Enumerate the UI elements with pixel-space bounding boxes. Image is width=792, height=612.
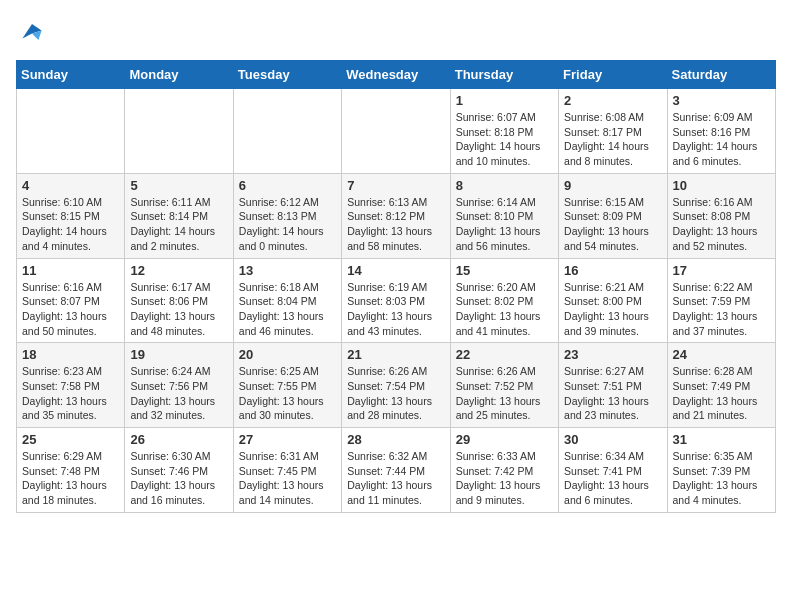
day-info: Sunrise: 6:11 AMSunset: 8:14 PMDaylight:… (130, 195, 227, 254)
day-number: 13 (239, 263, 336, 278)
day-number: 14 (347, 263, 444, 278)
calendar-cell: 23Sunrise: 6:27 AMSunset: 7:51 PMDayligh… (559, 343, 667, 428)
day-number: 28 (347, 432, 444, 447)
calendar-week-5: 25Sunrise: 6:29 AMSunset: 7:48 PMDayligh… (17, 428, 776, 513)
day-info: Sunrise: 6:24 AMSunset: 7:56 PMDaylight:… (130, 364, 227, 423)
calendar-cell: 19Sunrise: 6:24 AMSunset: 7:56 PMDayligh… (125, 343, 233, 428)
day-number: 21 (347, 347, 444, 362)
calendar-cell (17, 89, 125, 174)
day-number: 11 (22, 263, 119, 278)
calendar-week-4: 18Sunrise: 6:23 AMSunset: 7:58 PMDayligh… (17, 343, 776, 428)
day-info: Sunrise: 6:27 AMSunset: 7:51 PMDaylight:… (564, 364, 661, 423)
day-info: Sunrise: 6:21 AMSunset: 8:00 PMDaylight:… (564, 280, 661, 339)
day-number: 3 (673, 93, 770, 108)
calendar-cell: 10Sunrise: 6:16 AMSunset: 8:08 PMDayligh… (667, 173, 775, 258)
calendar-header-row: SundayMondayTuesdayWednesdayThursdayFrid… (17, 61, 776, 89)
day-number: 7 (347, 178, 444, 193)
day-number: 16 (564, 263, 661, 278)
calendar-cell: 4Sunrise: 6:10 AMSunset: 8:15 PMDaylight… (17, 173, 125, 258)
calendar-week-3: 11Sunrise: 6:16 AMSunset: 8:07 PMDayligh… (17, 258, 776, 343)
calendar-cell: 7Sunrise: 6:13 AMSunset: 8:12 PMDaylight… (342, 173, 450, 258)
day-number: 15 (456, 263, 553, 278)
calendar-cell: 30Sunrise: 6:34 AMSunset: 7:41 PMDayligh… (559, 428, 667, 513)
day-number: 24 (673, 347, 770, 362)
day-info: Sunrise: 6:08 AMSunset: 8:17 PMDaylight:… (564, 110, 661, 169)
col-header-sunday: Sunday (17, 61, 125, 89)
day-info: Sunrise: 6:33 AMSunset: 7:42 PMDaylight:… (456, 449, 553, 508)
day-info: Sunrise: 6:19 AMSunset: 8:03 PMDaylight:… (347, 280, 444, 339)
day-info: Sunrise: 6:32 AMSunset: 7:44 PMDaylight:… (347, 449, 444, 508)
calendar-cell: 27Sunrise: 6:31 AMSunset: 7:45 PMDayligh… (233, 428, 341, 513)
day-info: Sunrise: 6:34 AMSunset: 7:41 PMDaylight:… (564, 449, 661, 508)
day-info: Sunrise: 6:16 AMSunset: 8:07 PMDaylight:… (22, 280, 119, 339)
day-info: Sunrise: 6:23 AMSunset: 7:58 PMDaylight:… (22, 364, 119, 423)
day-number: 27 (239, 432, 336, 447)
day-info: Sunrise: 6:35 AMSunset: 7:39 PMDaylight:… (673, 449, 770, 508)
day-number: 2 (564, 93, 661, 108)
calendar-cell: 8Sunrise: 6:14 AMSunset: 8:10 PMDaylight… (450, 173, 558, 258)
logo-icon (16, 16, 48, 48)
day-number: 10 (673, 178, 770, 193)
day-info: Sunrise: 6:10 AMSunset: 8:15 PMDaylight:… (22, 195, 119, 254)
calendar-cell: 21Sunrise: 6:26 AMSunset: 7:54 PMDayligh… (342, 343, 450, 428)
calendar-cell: 15Sunrise: 6:20 AMSunset: 8:02 PMDayligh… (450, 258, 558, 343)
logo (16, 16, 52, 48)
calendar-cell: 5Sunrise: 6:11 AMSunset: 8:14 PMDaylight… (125, 173, 233, 258)
day-info: Sunrise: 6:26 AMSunset: 7:54 PMDaylight:… (347, 364, 444, 423)
calendar-cell (125, 89, 233, 174)
day-number: 25 (22, 432, 119, 447)
calendar-cell: 16Sunrise: 6:21 AMSunset: 8:00 PMDayligh… (559, 258, 667, 343)
day-number: 9 (564, 178, 661, 193)
calendar-cell: 6Sunrise: 6:12 AMSunset: 8:13 PMDaylight… (233, 173, 341, 258)
day-number: 29 (456, 432, 553, 447)
calendar-cell: 3Sunrise: 6:09 AMSunset: 8:16 PMDaylight… (667, 89, 775, 174)
calendar-cell: 28Sunrise: 6:32 AMSunset: 7:44 PMDayligh… (342, 428, 450, 513)
day-info: Sunrise: 6:16 AMSunset: 8:08 PMDaylight:… (673, 195, 770, 254)
col-header-wednesday: Wednesday (342, 61, 450, 89)
calendar-cell: 14Sunrise: 6:19 AMSunset: 8:03 PMDayligh… (342, 258, 450, 343)
day-number: 31 (673, 432, 770, 447)
calendar-cell: 9Sunrise: 6:15 AMSunset: 8:09 PMDaylight… (559, 173, 667, 258)
day-number: 17 (673, 263, 770, 278)
calendar-cell: 1Sunrise: 6:07 AMSunset: 8:18 PMDaylight… (450, 89, 558, 174)
day-number: 18 (22, 347, 119, 362)
col-header-friday: Friday (559, 61, 667, 89)
day-number: 4 (22, 178, 119, 193)
day-info: Sunrise: 6:30 AMSunset: 7:46 PMDaylight:… (130, 449, 227, 508)
day-number: 19 (130, 347, 227, 362)
calendar-week-1: 1Sunrise: 6:07 AMSunset: 8:18 PMDaylight… (17, 89, 776, 174)
day-info: Sunrise: 6:20 AMSunset: 8:02 PMDaylight:… (456, 280, 553, 339)
calendar-cell: 22Sunrise: 6:26 AMSunset: 7:52 PMDayligh… (450, 343, 558, 428)
calendar-cell: 2Sunrise: 6:08 AMSunset: 8:17 PMDaylight… (559, 89, 667, 174)
page-header (16, 16, 776, 48)
calendar-table: SundayMondayTuesdayWednesdayThursdayFrid… (16, 60, 776, 513)
day-info: Sunrise: 6:13 AMSunset: 8:12 PMDaylight:… (347, 195, 444, 254)
col-header-thursday: Thursday (450, 61, 558, 89)
calendar-cell: 29Sunrise: 6:33 AMSunset: 7:42 PMDayligh… (450, 428, 558, 513)
day-number: 20 (239, 347, 336, 362)
day-info: Sunrise: 6:09 AMSunset: 8:16 PMDaylight:… (673, 110, 770, 169)
day-number: 12 (130, 263, 227, 278)
calendar-cell: 17Sunrise: 6:22 AMSunset: 7:59 PMDayligh… (667, 258, 775, 343)
day-info: Sunrise: 6:29 AMSunset: 7:48 PMDaylight:… (22, 449, 119, 508)
calendar-cell: 24Sunrise: 6:28 AMSunset: 7:49 PMDayligh… (667, 343, 775, 428)
day-info: Sunrise: 6:25 AMSunset: 7:55 PMDaylight:… (239, 364, 336, 423)
day-number: 5 (130, 178, 227, 193)
day-number: 1 (456, 93, 553, 108)
day-info: Sunrise: 6:12 AMSunset: 8:13 PMDaylight:… (239, 195, 336, 254)
calendar-cell: 26Sunrise: 6:30 AMSunset: 7:46 PMDayligh… (125, 428, 233, 513)
day-info: Sunrise: 6:15 AMSunset: 8:09 PMDaylight:… (564, 195, 661, 254)
day-number: 8 (456, 178, 553, 193)
day-info: Sunrise: 6:18 AMSunset: 8:04 PMDaylight:… (239, 280, 336, 339)
calendar-cell: 20Sunrise: 6:25 AMSunset: 7:55 PMDayligh… (233, 343, 341, 428)
day-number: 22 (456, 347, 553, 362)
day-number: 26 (130, 432, 227, 447)
calendar-cell: 18Sunrise: 6:23 AMSunset: 7:58 PMDayligh… (17, 343, 125, 428)
day-info: Sunrise: 6:07 AMSunset: 8:18 PMDaylight:… (456, 110, 553, 169)
calendar-cell (233, 89, 341, 174)
day-info: Sunrise: 6:28 AMSunset: 7:49 PMDaylight:… (673, 364, 770, 423)
calendar-week-2: 4Sunrise: 6:10 AMSunset: 8:15 PMDaylight… (17, 173, 776, 258)
day-number: 23 (564, 347, 661, 362)
col-header-saturday: Saturday (667, 61, 775, 89)
calendar-cell: 31Sunrise: 6:35 AMSunset: 7:39 PMDayligh… (667, 428, 775, 513)
